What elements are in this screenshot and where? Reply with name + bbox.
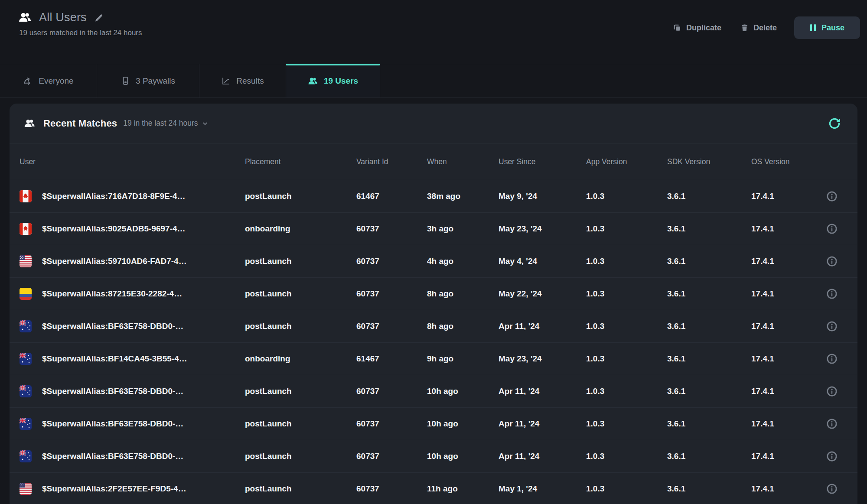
os-version-cell: 17.4.1 bbox=[751, 192, 816, 201]
country-flag-icon-au bbox=[20, 320, 32, 332]
info-icon[interactable] bbox=[826, 483, 838, 495]
user-alias: $SuperwallAlias:59710AD6-FAD7-4… bbox=[42, 257, 187, 266]
app-version-cell: 1.0.3 bbox=[586, 224, 667, 234]
variant-id-cell: 60737 bbox=[356, 419, 427, 429]
os-version-cell: 17.4.1 bbox=[751, 322, 816, 331]
user-cell: $SuperwallAlias:BF63E758-DBD0-… bbox=[20, 320, 245, 332]
col-header-app-version: App Version bbox=[586, 157, 667, 166]
user-cell: $SuperwallAlias:BF63E758-DBD0-… bbox=[20, 418, 245, 430]
user-since-cell: Apr 11, '24 bbox=[499, 419, 586, 429]
os-version-cell: 17.4.1 bbox=[751, 257, 816, 266]
placement-cell: onboarding bbox=[245, 354, 356, 364]
user-since-cell: May 23, '24 bbox=[499, 224, 586, 234]
sdk-version-cell: 3.6.1 bbox=[667, 419, 751, 429]
table-body: $SuperwallAlias:716A7D18-8F9E-4… postLau… bbox=[10, 180, 857, 504]
tab-users[interactable]: 19 Users bbox=[286, 64, 380, 98]
country-flag-icon-co bbox=[20, 288, 32, 300]
recent-matches-panel: Recent Matches 19 in the last 24 hours U… bbox=[10, 104, 857, 504]
refresh-icon[interactable] bbox=[828, 117, 841, 130]
user-since-cell: May 23, '24 bbox=[499, 354, 586, 364]
pause-icon bbox=[810, 24, 816, 32]
app-version-cell: 1.0.3 bbox=[586, 289, 667, 299]
placement-cell: postLaunch bbox=[245, 419, 356, 429]
app-version-cell: 1.0.3 bbox=[586, 322, 667, 331]
country-flag-icon-au bbox=[20, 450, 32, 462]
info-icon[interactable] bbox=[826, 223, 838, 235]
table-row[interactable]: $SuperwallAlias:BF63E758-DBD0-… postLaun… bbox=[10, 440, 857, 473]
table-row[interactable]: $SuperwallAlias:716A7D18-8F9E-4… postLau… bbox=[10, 180, 857, 213]
phone-icon bbox=[121, 76, 130, 86]
app-version-cell: 1.0.3 bbox=[586, 419, 667, 429]
info-icon[interactable] bbox=[826, 288, 838, 300]
table-row[interactable]: $SuperwallAlias:BF63E758-DBD0-… postLaun… bbox=[10, 375, 857, 408]
user-cell: $SuperwallAlias:9025ADB5-9697-4… bbox=[20, 223, 245, 235]
info-icon[interactable] bbox=[826, 320, 838, 332]
sdk-version-cell: 3.6.1 bbox=[667, 257, 751, 266]
sdk-version-cell: 3.6.1 bbox=[667, 452, 751, 461]
info-icon[interactable] bbox=[826, 190, 838, 202]
country-flag-icon-us bbox=[20, 483, 32, 495]
info-icon[interactable] bbox=[826, 255, 838, 267]
table-row[interactable]: $SuperwallAlias:BF63E758-DBD0-… postLaun… bbox=[10, 310, 857, 343]
table-row[interactable]: $SuperwallAlias:BF63E758-DBD0-… postLaun… bbox=[10, 408, 857, 440]
info-icon[interactable] bbox=[826, 353, 838, 365]
trash-icon bbox=[740, 23, 749, 32]
col-header-when: When bbox=[427, 157, 499, 166]
app-version-cell: 1.0.3 bbox=[586, 354, 667, 364]
user-alias: $SuperwallAlias:9025ADB5-9697-4… bbox=[42, 224, 186, 234]
user-cell: $SuperwallAlias:BF63E758-DBD0-… bbox=[20, 385, 245, 397]
sdk-version-cell: 3.6.1 bbox=[667, 224, 751, 234]
info-icon[interactable] bbox=[826, 418, 838, 430]
placement-cell: postLaunch bbox=[245, 387, 356, 396]
table-row[interactable]: $SuperwallAlias:9025ADB5-9697-4… onboard… bbox=[10, 213, 857, 245]
edit-pencil-icon[interactable] bbox=[94, 13, 104, 23]
user-cell: $SuperwallAlias:87215E30-2282-4… bbox=[20, 288, 245, 300]
user-alias: $SuperwallAlias:BF63E758-DBD0-… bbox=[42, 452, 183, 461]
variant-id-cell: 60737 bbox=[356, 452, 427, 461]
os-version-cell: 17.4.1 bbox=[751, 452, 816, 461]
variant-id-cell: 61467 bbox=[356, 192, 427, 201]
info-icon[interactable] bbox=[826, 385, 838, 397]
when-cell: 8h ago bbox=[427, 289, 499, 299]
variant-id-cell: 60737 bbox=[356, 387, 427, 396]
sdk-version-cell: 3.6.1 bbox=[667, 387, 751, 396]
user-cell: $SuperwallAlias:BF14CA45-3B55-4… bbox=[20, 353, 245, 365]
when-cell: 9h ago bbox=[427, 354, 499, 364]
user-cell: $SuperwallAlias:BF63E758-DBD0-… bbox=[20, 450, 245, 462]
table-row[interactable]: $SuperwallAlias:2F2E57EE-F9D5-4… postLau… bbox=[10, 473, 857, 504]
user-alias: $SuperwallAlias:BF63E758-DBD0-… bbox=[42, 387, 183, 396]
info-icon[interactable] bbox=[826, 450, 838, 462]
placement-cell: postLaunch bbox=[245, 289, 356, 299]
delete-button[interactable]: Delete bbox=[740, 23, 777, 33]
sdk-version-cell: 3.6.1 bbox=[667, 192, 751, 201]
tab-bar: Everyone 3 Paywalls Results bbox=[0, 64, 867, 98]
tab-paywalls[interactable]: 3 Paywalls bbox=[97, 64, 199, 98]
user-cell: $SuperwallAlias:716A7D18-8F9E-4… bbox=[20, 190, 245, 202]
table-row[interactable]: $SuperwallAlias:BF14CA45-3B55-4… onboard… bbox=[10, 343, 857, 375]
tab-everyone[interactable]: Everyone bbox=[0, 64, 97, 98]
user-alias: $SuperwallAlias:2F2E57EE-F9D5-4… bbox=[42, 484, 186, 494]
when-cell: 38m ago bbox=[427, 192, 499, 201]
page-header: All Users 19 users matched in the last 2… bbox=[0, 0, 867, 64]
placement-cell: postLaunch bbox=[245, 192, 356, 201]
panel-header: Recent Matches 19 in the last 24 hours bbox=[10, 104, 857, 143]
user-alias: $SuperwallAlias:BF63E758-DBD0-… bbox=[42, 419, 183, 429]
table-row[interactable]: $SuperwallAlias:59710AD6-FAD7-4… postLau… bbox=[10, 245, 857, 278]
sdk-version-cell: 3.6.1 bbox=[667, 289, 751, 299]
when-cell: 10h ago bbox=[427, 387, 499, 396]
placement-cell: onboarding bbox=[245, 224, 356, 234]
duplicate-button[interactable]: Duplicate bbox=[673, 23, 721, 33]
tab-results[interactable]: Results bbox=[199, 64, 286, 98]
user-since-cell: Apr 11, '24 bbox=[499, 387, 586, 396]
time-range-dropdown[interactable]: 19 in the last 24 hours bbox=[123, 119, 208, 128]
app-version-cell: 1.0.3 bbox=[586, 192, 667, 201]
chevron-down-icon bbox=[202, 120, 209, 127]
os-version-cell: 17.4.1 bbox=[751, 289, 816, 299]
placement-cell: postLaunch bbox=[245, 257, 356, 266]
pause-button[interactable]: Pause bbox=[794, 16, 860, 39]
variant-id-cell: 60737 bbox=[356, 224, 427, 234]
table-row[interactable]: $SuperwallAlias:87215E30-2282-4… postLau… bbox=[10, 278, 857, 310]
sdk-version-cell: 3.6.1 bbox=[667, 484, 751, 494]
when-cell: 8h ago bbox=[427, 322, 499, 331]
when-cell: 3h ago bbox=[427, 224, 499, 234]
